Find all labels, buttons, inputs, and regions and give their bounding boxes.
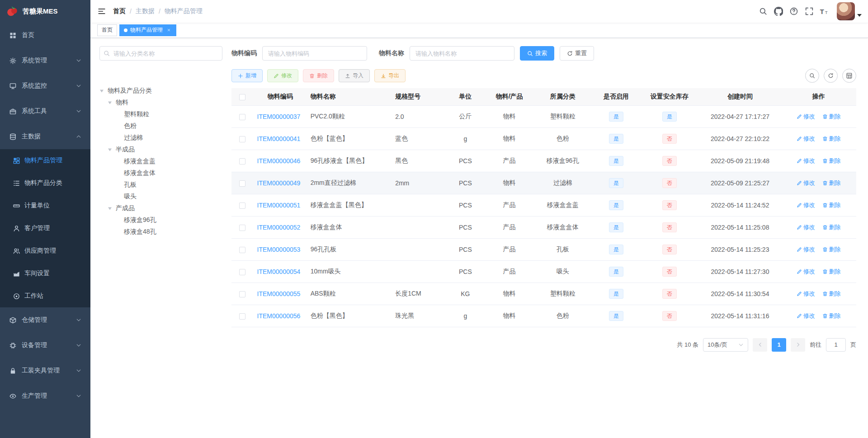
page-1-button[interactable]: 1 — [772, 338, 786, 352]
tree-node[interactable]: 色粉 — [99, 120, 222, 132]
item-code-link[interactable]: ITEM00000049 — [257, 179, 301, 187]
delete-row-button[interactable]: 删除 — [822, 135, 841, 143]
font-size-icon[interactable]: TT — [817, 0, 832, 23]
row-checkbox[interactable] — [239, 291, 245, 297]
table-row[interactable]: ITEM00000049 2mm直径过滤棉 2mm PCS 物料 过滤棉 是 否… — [231, 172, 856, 194]
sidebar-subitem-measurement-unit[interactable]: 计量单位 — [0, 194, 90, 217]
item-code-link[interactable]: ITEM00000056 — [257, 312, 301, 320]
name-filter-input[interactable] — [410, 46, 514, 61]
tab-material-product-management[interactable]: 物料产品管理 — [119, 24, 176, 36]
github-icon[interactable] — [771, 0, 786, 23]
tree-node[interactable]: 物料 — [99, 97, 222, 108]
item-code-link[interactable]: ITEM00000054 — [257, 268, 301, 275]
table-row[interactable]: ITEM00000041 色粉【蓝色】 蓝色 g 物料 色粉 是 否 2022-… — [231, 127, 856, 150]
delete-row-button[interactable]: 删除 — [822, 157, 841, 165]
sidebar-subitem-customer-management[interactable]: 客户管理 — [0, 217, 90, 240]
caret-down-icon[interactable] — [108, 206, 116, 211]
table-row[interactable]: ITEM00000053 96孔孔板 PCS 产品 孔板 是 否 2022-05… — [231, 238, 856, 260]
sidebar-item-warehouse-management[interactable]: 仓储管理 — [0, 307, 90, 333]
delete-row-button[interactable]: 删除 — [822, 223, 841, 231]
select-all-checkbox[interactable] — [239, 94, 245, 100]
goto-page-input[interactable] — [826, 338, 846, 352]
columns-toggle-button[interactable] — [842, 69, 856, 83]
tree-node[interactable]: 塑料颗粒 — [99, 108, 222, 120]
prev-page-button[interactable] — [753, 338, 767, 352]
item-code-link[interactable]: ITEM00000053 — [257, 246, 301, 253]
export-button[interactable]: 导出 — [374, 69, 406, 82]
search-icon[interactable] — [755, 0, 771, 23]
sidebar-item-home[interactable]: 首页 — [0, 23, 90, 48]
sidebar-subitem-material-product-category[interactable]: 物料产品分类 — [0, 172, 90, 194]
tree-node[interactable]: 移液盒96孔 — [99, 214, 222, 226]
item-code-link[interactable]: ITEM00000046 — [257, 157, 301, 165]
delete-row-button[interactable]: 删除 — [822, 179, 841, 187]
edit-row-button[interactable]: 修改 — [797, 312, 815, 320]
search-button[interactable]: 搜索 — [520, 46, 554, 61]
edit-row-button[interactable]: 修改 — [797, 113, 815, 121]
delete-row-button[interactable]: 删除 — [822, 290, 841, 298]
sidebar-item-master-data[interactable]: 主数据 — [0, 124, 90, 149]
item-code-link[interactable]: ITEM00000037 — [257, 113, 301, 120]
sidebar-item-production-management[interactable]: 生产管理 — [0, 383, 90, 409]
page-size-select[interactable]: 10条/页 — [703, 338, 748, 352]
edit-row-button[interactable]: 修改 — [797, 135, 815, 143]
fullscreen-icon[interactable] — [802, 0, 817, 23]
code-filter-input[interactable] — [262, 46, 367, 61]
edit-button[interactable]: 修改 — [267, 69, 298, 82]
sidebar-item-system-management[interactable]: 系统管理 — [0, 48, 90, 73]
tree-node[interactable]: 过滤棉 — [99, 132, 222, 144]
edit-row-button[interactable]: 修改 — [797, 245, 815, 254]
sidebar-subitem-workshop-settings[interactable]: 车间设置 — [0, 262, 90, 285]
help-icon[interactable] — [786, 0, 802, 23]
sidebar-subitem-supplier-management[interactable]: 供应商管理 — [0, 240, 90, 262]
app-logo[interactable]: 苦糖果MES — [0, 0, 90, 23]
tree-node[interactable]: 半成品 — [99, 144, 222, 155]
delete-row-button[interactable]: 删除 — [822, 312, 841, 320]
delete-row-button[interactable]: 删除 — [822, 113, 841, 121]
row-checkbox[interactable] — [239, 158, 245, 165]
item-code-link[interactable]: ITEM00000051 — [257, 202, 301, 209]
row-checkbox[interactable] — [239, 180, 245, 187]
item-code-link[interactable]: ITEM00000052 — [257, 224, 301, 231]
table-row[interactable]: ITEM00000046 96孔移液盒【黑色】 黑色 PCS 产品 移液盒96孔… — [231, 150, 856, 172]
edit-row-button[interactable]: 修改 — [797, 201, 815, 209]
refresh-table-button[interactable] — [824, 69, 838, 83]
row-checkbox[interactable] — [239, 269, 245, 275]
table-row[interactable]: ITEM00000051 移液盒盒盖【黑色】 PCS 产品 移液盒盒盖 是 否 … — [231, 194, 856, 216]
item-code-link[interactable]: ITEM00000041 — [257, 135, 301, 142]
user-menu[interactable] — [837, 2, 862, 20]
delete-row-button[interactable]: 删除 — [822, 245, 841, 254]
close-icon[interactable] — [165, 27, 172, 33]
table-row[interactable]: ITEM00000052 移液盒盒体 PCS 产品 移液盒盒体 是 否 2022… — [231, 216, 856, 238]
delete-row-button[interactable]: 删除 — [822, 201, 841, 209]
tree-node[interactable]: 孔板 — [99, 179, 222, 191]
sidebar-subitem-material-product-management[interactable]: 物料产品管理 — [0, 149, 90, 172]
avatar[interactable] — [837, 2, 855, 20]
sidebar-item-system-monitor[interactable]: 系统监控 — [0, 73, 90, 99]
toggle-search-button[interactable] — [805, 69, 819, 83]
delete-button[interactable]: 删除 — [303, 69, 334, 82]
row-checkbox[interactable] — [239, 203, 245, 209]
sidebar-item-system-tools[interactable]: 系统工具 — [0, 99, 90, 124]
tree-node[interactable]: 产成品 — [99, 203, 222, 214]
row-checkbox[interactable] — [239, 114, 245, 120]
tree-node[interactable]: 移液盒盒盖 — [99, 155, 222, 167]
edit-row-button[interactable]: 修改 — [797, 290, 815, 298]
table-row[interactable]: ITEM00000037 PVC2.0颗粒 2.0 公斤 物料 塑料颗粒 是 是… — [231, 105, 856, 127]
add-button[interactable]: 新增 — [231, 69, 263, 82]
table-row[interactable]: ITEM00000054 10mm吸头 PCS 产品 吸头 是 否 2022-0… — [231, 260, 856, 283]
table-row[interactable]: ITEM00000056 色粉【黑色】 珠光黑 g 物料 色粉 是 否 2022… — [231, 305, 856, 327]
sidebar-subitem-workstation[interactable]: 工作站 — [0, 285, 90, 307]
caret-down-icon[interactable] — [108, 100, 116, 105]
reset-button[interactable]: 重置 — [560, 46, 594, 61]
caret-down-icon[interactable] — [108, 147, 116, 152]
tree-node[interactable]: 移液盒盒体 — [99, 167, 222, 179]
tree-node[interactable]: 吸头 — [99, 191, 222, 203]
next-page-button[interactable] — [791, 338, 805, 352]
row-checkbox[interactable] — [239, 136, 245, 142]
sidebar-toggle-icon[interactable] — [90, 0, 113, 23]
row-checkbox[interactable] — [239, 313, 245, 320]
row-checkbox[interactable] — [239, 225, 245, 231]
category-search-input[interactable] — [99, 46, 222, 61]
breadcrumb-item[interactable]: 首页 — [113, 7, 126, 15]
